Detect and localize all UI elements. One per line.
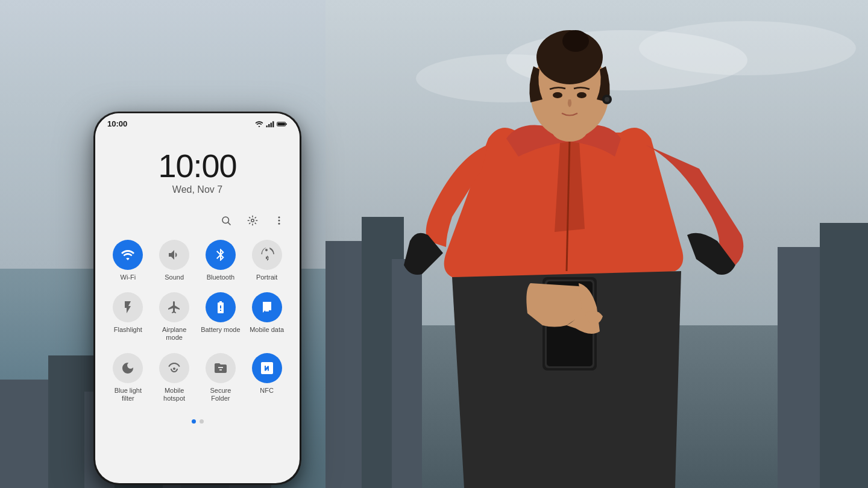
qs-item-portrait: Portrait: [247, 240, 288, 281]
battery-mode-label: Battery mode: [201, 326, 240, 334]
clock-time: 10:00: [95, 149, 300, 182]
status-time: 10:00: [107, 119, 127, 128]
status-icons: [255, 120, 288, 128]
svg-point-19: [605, 97, 609, 102]
qs-item-battery-mode: Battery mode: [200, 292, 241, 342]
qs-item-hotspot: Mobile hotspot: [154, 353, 195, 402]
svg-point-15: [562, 30, 589, 52]
status-bar: 10:00: [95, 113, 300, 131]
svg-point-35: [278, 223, 280, 225]
svg-point-16: [553, 92, 562, 98]
person-figure: [326, 0, 868, 488]
battery-mode-toggle[interactable]: [206, 292, 236, 322]
battery-status-icon: [277, 120, 288, 128]
svg-point-30: [222, 217, 229, 224]
qs-item-flashlight: Flashlight: [107, 292, 148, 342]
hotspot-toggle[interactable]: [159, 353, 189, 383]
page-dot-2[interactable]: [200, 419, 204, 424]
flashlight-label: Flashlight: [114, 326, 142, 334]
clock-area: 10:00 Wed, Nov 7: [95, 131, 300, 207]
signal-status-icon: [266, 120, 274, 128]
wifi-label: Wi-Fi: [121, 274, 136, 281]
svg-rect-25: [271, 122, 272, 127]
quick-settings-toolbar: [95, 207, 300, 234]
svg-rect-5: [392, 259, 422, 488]
svg-rect-28: [286, 123, 287, 125]
secure-folder-toggle[interactable]: [206, 353, 236, 383]
svg-point-32: [251, 219, 254, 222]
airplane-toggle[interactable]: [159, 292, 189, 322]
wifi-toggle[interactable]: [113, 240, 143, 270]
svg-line-31: [228, 222, 230, 225]
quick-settings-grid: Wi-Fi Sound: [95, 234, 300, 402]
bluetooth-label: Bluetooth: [207, 274, 234, 281]
sound-label: Sound: [165, 274, 184, 281]
qs-item-blue-light: Blue light filter: [107, 353, 148, 402]
phone-frame: 10:00: [93, 111, 301, 485]
more-button[interactable]: [271, 212, 288, 229]
phone-screen: 10:00: [95, 113, 300, 483]
phone-device: 10:00: [93, 111, 301, 485]
bluetooth-toggle[interactable]: [206, 240, 236, 270]
svg-point-34: [278, 220, 280, 222]
person-background: [326, 0, 868, 488]
qs-item-nfc: NFC: [247, 353, 288, 402]
hotspot-label: Mobile hotspot: [154, 387, 195, 402]
search-button[interactable]: [218, 212, 234, 229]
pagination-dots: [95, 413, 300, 433]
nfc-label: NFC: [260, 387, 274, 395]
qs-row-3: Blue light filter Mobile hotspot: [105, 353, 290, 402]
secure-folder-label: Secure Folder: [200, 387, 241, 402]
airplane-label: Airplane mode: [154, 326, 195, 342]
qs-item-sound: Sound: [154, 240, 195, 281]
blue-light-label: Blue light filter: [107, 387, 148, 402]
nfc-toggle[interactable]: [252, 353, 282, 383]
svg-rect-7: [820, 223, 868, 488]
svg-point-33: [278, 216, 280, 218]
svg-rect-26: [272, 121, 274, 127]
qs-item-wifi: Wi-Fi: [107, 240, 148, 281]
qs-item-bluetooth: Bluetooth: [200, 240, 241, 281]
qs-item-secure-folder: Secure Folder: [200, 353, 241, 402]
svg-point-10: [639, 21, 856, 75]
page-dot-1[interactable]: [192, 419, 196, 424]
clock-date: Wed, Nov 7: [95, 184, 300, 195]
portrait-toggle[interactable]: [252, 240, 282, 270]
qs-item-airplane: Airplane mode: [154, 292, 195, 342]
qs-item-mobile-data: Mobile data: [247, 292, 288, 342]
blue-light-toggle[interactable]: [113, 353, 143, 383]
wifi-status-icon: [255, 120, 263, 128]
sound-toggle[interactable]: [159, 240, 189, 270]
svg-rect-29: [278, 122, 285, 125]
mobile-data-label: Mobile data: [250, 326, 284, 334]
mobile-data-toggle[interactable]: [252, 292, 282, 322]
qs-row-2: Flashlight Airplane mode: [105, 292, 290, 342]
svg-point-17: [577, 92, 587, 98]
svg-rect-24: [268, 124, 269, 127]
portrait-label: Portrait: [256, 274, 277, 281]
qs-row-1: Wi-Fi Sound: [105, 240, 290, 281]
flashlight-toggle[interactable]: [113, 292, 143, 322]
settings-button[interactable]: [244, 212, 261, 229]
svg-rect-23: [266, 125, 268, 127]
